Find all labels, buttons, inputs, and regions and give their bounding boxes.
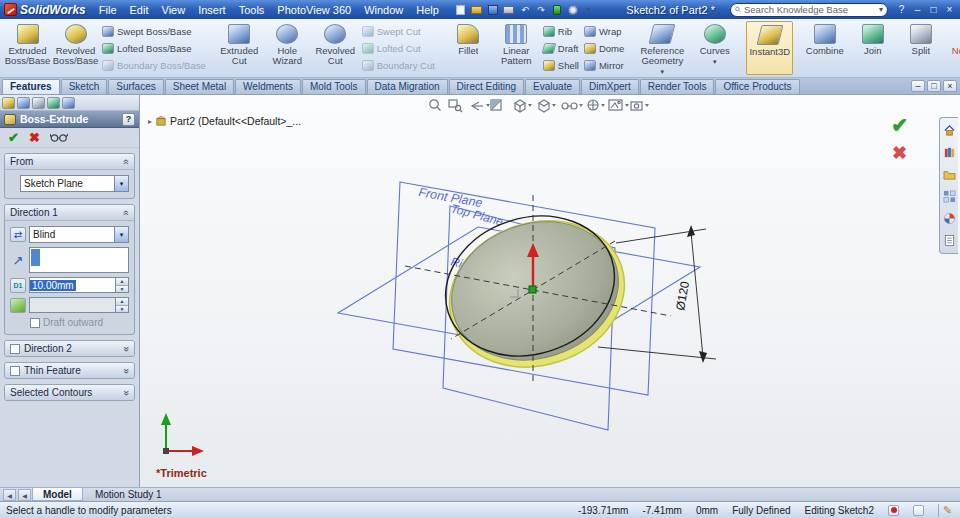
menu-photoview[interactable]: PhotoView 360 [271, 2, 357, 18]
spin-up-icon[interactable]: ▲ [116, 298, 128, 306]
propertymanager-tab-icon[interactable] [17, 97, 30, 109]
dropdown-caret-icon[interactable] [625, 104, 629, 107]
tab-scroll-right-button[interactable]: ◀ [18, 489, 31, 501]
menu-file[interactable]: File [93, 2, 123, 18]
split-button[interactable]: Split [897, 21, 944, 75]
tab-sheet-metal[interactable]: Sheet Metal [165, 79, 234, 94]
new-document-button[interactable] [454, 3, 468, 16]
motion-study-tab[interactable]: Motion Study 1 [84, 488, 173, 501]
menu-tools[interactable]: Tools [233, 2, 271, 18]
boundary-cut-button[interactable]: Boundary Cut [360, 58, 437, 73]
swept-cut-button[interactable]: Swept Cut [360, 24, 437, 39]
draft-button[interactable]: Draft [541, 41, 581, 56]
minimize-button[interactable]: – [911, 3, 924, 16]
direction-selection-box[interactable] [29, 247, 129, 273]
curves-button[interactable]: Curves ▾ [691, 21, 738, 75]
extruded-boss-base-button[interactable]: Extruded Boss/Base [4, 21, 51, 75]
end-condition-dropdown[interactable]: Blind ▾ [29, 226, 129, 243]
tab-mold-tools[interactable]: Mold Tools [302, 79, 366, 94]
hide-show-items-icon[interactable] [562, 103, 577, 109]
shell-button[interactable]: Shell [541, 58, 581, 73]
confirm-cancel-button[interactable]: ✖ [892, 142, 907, 164]
dropdown-caret-icon[interactable] [528, 104, 532, 107]
print-button[interactable] [502, 3, 516, 16]
depth-input[interactable]: 10.00mm ▲ ▼ [29, 277, 129, 293]
ok-button[interactable]: ✔ [8, 130, 19, 145]
combine-button[interactable]: Combine [801, 21, 848, 75]
save-button[interactable] [486, 3, 500, 16]
close-button[interactable]: × [943, 3, 956, 16]
direction1-group-header[interactable]: Direction 1 » [5, 205, 134, 220]
linear-pattern-button[interactable]: Linear Pattern [493, 21, 540, 75]
design-library-icon[interactable] [943, 146, 956, 159]
direction2-checkbox[interactable] [10, 344, 20, 354]
draft-spinner[interactable]: ▲ ▼ [115, 298, 128, 312]
dropdown-arrow-icon[interactable]: ▾ [114, 176, 128, 191]
solidworks-resources-icon[interactable] [943, 124, 956, 137]
model-tab[interactable]: Model [32, 488, 83, 501]
document-minimize-button[interactable]: – [911, 80, 925, 92]
search-input[interactable] [744, 4, 876, 15]
apply-scene-icon[interactable] [609, 100, 622, 110]
undo-button[interactable]: ↶ [518, 3, 532, 16]
diameter-dimension[interactable]: Ø120 [673, 280, 692, 312]
dropdown-caret-icon[interactable] [579, 104, 583, 107]
dropdown-arrow-icon[interactable]: ▾ [114, 227, 128, 242]
tab-render-tools[interactable]: Render Tools [640, 79, 715, 94]
pm-help-button[interactable]: ? [122, 113, 135, 126]
dome-button[interactable]: Dome [582, 41, 626, 56]
tab-surfaces[interactable]: Surfaces [108, 79, 163, 94]
menu-edit[interactable]: Edit [124, 2, 155, 18]
thin-feature-group-header[interactable]: Thin Feature » [5, 363, 134, 378]
menu-insert[interactable]: Insert [192, 2, 232, 18]
revolved-boss-base-button[interactable]: Revolved Boss/Base [52, 21, 99, 75]
tab-direct-editing[interactable]: Direct Editing [449, 79, 524, 94]
direction2-group-header[interactable]: Direction 2 » [5, 341, 134, 356]
lofted-boss-base-button[interactable]: Lofted Boss/Base [100, 41, 208, 56]
draft-outward-checkbox[interactable] [30, 318, 40, 328]
menu-view[interactable]: View [156, 2, 192, 18]
spin-up-icon[interactable]: ▲ [116, 278, 128, 286]
menu-help[interactable]: Help [410, 2, 445, 18]
maximize-button[interactable]: □ [927, 3, 940, 16]
tab-data-migration[interactable]: Data Migration [367, 79, 448, 94]
selected-contours-group-header[interactable]: Selected Contours » [5, 385, 134, 400]
breadcrumb-text[interactable]: Part2 (Default<<Default>_... [170, 115, 301, 127]
spin-down-icon[interactable]: ▼ [116, 286, 128, 293]
sketch-origin-point[interactable] [529, 286, 536, 293]
search-box[interactable]: ▾ [730, 3, 888, 17]
dropdown-caret-icon[interactable] [601, 104, 605, 107]
graphics-area[interactable]: Front Plane Top Plane Right Plane [140, 95, 960, 487]
rib-button[interactable]: Rib [541, 24, 581, 39]
normal-to-button[interactable]: Normal To [945, 21, 960, 75]
document-restore-button[interactable]: □ [927, 80, 941, 92]
display-style-icon[interactable] [539, 100, 549, 112]
depth-spinner[interactable]: ▲ ▼ [115, 278, 128, 292]
dimxpertmanager-tab-icon[interactable] [47, 97, 60, 109]
rebuild-button[interactable] [550, 3, 564, 16]
instant3d-button[interactable]: Instant3D [746, 21, 793, 75]
sketch-status-icon[interactable] [888, 505, 899, 516]
tab-weldments[interactable]: Weldments [235, 79, 301, 94]
configurationmanager-tab-icon[interactable] [32, 97, 45, 109]
tab-features[interactable]: Features [2, 79, 60, 94]
dropdown-caret-icon[interactable] [486, 104, 490, 107]
extruded-cut-button[interactable]: Extruded Cut [216, 21, 263, 75]
view-orientation-icon[interactable] [515, 100, 525, 112]
search-dropdown-icon[interactable]: ▾ [879, 5, 883, 14]
help-button[interactable]: ? [895, 3, 908, 16]
open-button[interactable] [470, 3, 484, 16]
boundary-boss-base-button[interactable]: Boundary Boss/Base [100, 58, 208, 73]
zoom-to-fit-icon[interactable] [430, 100, 441, 111]
options-button[interactable] [566, 3, 580, 16]
section-view-icon[interactable] [491, 100, 501, 110]
reference-geometry-button[interactable]: Reference Geometry ▾ [634, 21, 690, 75]
edit-appearance-icon[interactable] [588, 100, 598, 110]
edit-sketch-pencil-icon[interactable]: ✎ [938, 504, 956, 517]
toolbar-dropdown-button[interactable]: ▾ [582, 3, 596, 16]
view-palette-icon[interactable] [943, 190, 956, 203]
displaymanager-tab-icon[interactable] [62, 97, 75, 109]
expand-icon[interactable]: ▸ [148, 117, 152, 126]
dropdown-caret-icon[interactable] [552, 104, 556, 107]
tab-evaluate[interactable]: Evaluate [525, 79, 580, 94]
